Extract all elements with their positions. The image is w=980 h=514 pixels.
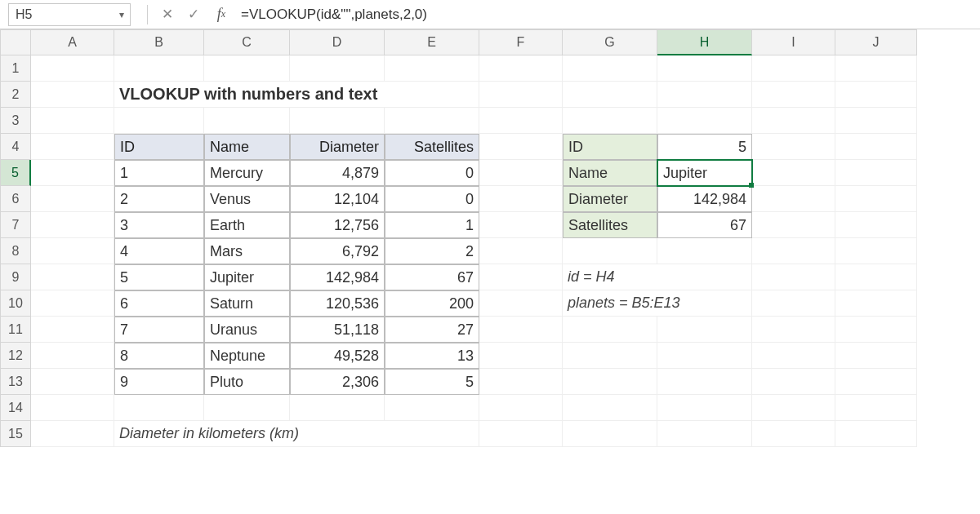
cell[interactable] bbox=[290, 395, 385, 421]
row-header-12[interactable]: 12 bbox=[0, 343, 31, 369]
col-header-I[interactable]: I bbox=[752, 29, 835, 55]
cell[interactable] bbox=[479, 212, 563, 238]
table-row[interactable]: 4,879 bbox=[290, 160, 385, 186]
col-header-J[interactable]: J bbox=[835, 29, 917, 55]
table-header-id[interactable]: ID bbox=[114, 134, 204, 160]
cell[interactable] bbox=[31, 238, 114, 264]
lookup-value-diameter[interactable]: 142,984 bbox=[657, 186, 752, 212]
cell[interactable] bbox=[752, 395, 835, 421]
cell[interactable] bbox=[31, 108, 114, 134]
cell[interactable] bbox=[752, 343, 835, 369]
cell[interactable] bbox=[479, 343, 563, 369]
cell[interactable] bbox=[31, 343, 114, 369]
table-row[interactable]: Jupiter bbox=[204, 264, 290, 290]
worksheet-grid[interactable]: A B C D E F G H I J 1 2 VLOOKUP with num… bbox=[0, 29, 980, 447]
cell[interactable] bbox=[835, 82, 917, 108]
cell[interactable] bbox=[31, 264, 114, 290]
page-title[interactable]: VLOOKUP with numbers and text bbox=[114, 82, 479, 108]
table-row[interactable]: 0 bbox=[385, 160, 479, 186]
cell[interactable] bbox=[385, 55, 479, 82]
cell[interactable] bbox=[835, 264, 917, 290]
cell[interactable] bbox=[31, 395, 114, 421]
table-row[interactable]: 49,528 bbox=[290, 343, 385, 369]
cell[interactable] bbox=[835, 369, 917, 395]
cell[interactable] bbox=[31, 160, 114, 186]
row-header-9[interactable]: 9 bbox=[0, 264, 31, 290]
cell[interactable] bbox=[835, 108, 917, 134]
formula-input[interactable] bbox=[236, 5, 980, 24]
cell[interactable] bbox=[290, 108, 385, 134]
cell[interactable] bbox=[752, 108, 835, 134]
cell[interactable] bbox=[657, 343, 752, 369]
table-row[interactable]: 5 bbox=[385, 369, 479, 395]
cell[interactable] bbox=[479, 369, 563, 395]
cell[interactable] bbox=[657, 395, 752, 421]
cell[interactable] bbox=[752, 238, 835, 264]
table-row[interactable]: 1 bbox=[114, 160, 204, 186]
cell[interactable] bbox=[835, 421, 917, 447]
cell[interactable] bbox=[479, 395, 563, 421]
table-row[interactable]: Uranus bbox=[204, 317, 290, 343]
cell[interactable] bbox=[479, 160, 563, 186]
table-row[interactable]: 8 bbox=[114, 343, 204, 369]
lookup-value-satellites[interactable]: 67 bbox=[657, 212, 752, 238]
row-header-11[interactable]: 11 bbox=[0, 317, 31, 343]
table-header-name[interactable]: Name bbox=[204, 134, 290, 160]
cell[interactable] bbox=[479, 108, 563, 134]
cell[interactable] bbox=[563, 55, 657, 82]
cell[interactable] bbox=[479, 290, 563, 317]
cell[interactable] bbox=[835, 395, 917, 421]
table-row[interactable]: Venus bbox=[204, 186, 290, 212]
row-header-1[interactable]: 1 bbox=[0, 55, 31, 82]
row-header-8[interactable]: 8 bbox=[0, 238, 31, 264]
row-header-14[interactable]: 14 bbox=[0, 395, 31, 421]
cell[interactable] bbox=[479, 238, 563, 264]
col-header-F[interactable]: F bbox=[479, 29, 563, 55]
cell[interactable] bbox=[752, 186, 835, 212]
cell[interactable] bbox=[752, 82, 835, 108]
note-id-def[interactable]: id = H4 bbox=[563, 264, 752, 290]
col-header-B[interactable]: B bbox=[114, 29, 204, 55]
cell[interactable] bbox=[657, 55, 752, 82]
col-header-H[interactable]: H bbox=[657, 29, 752, 55]
cell[interactable] bbox=[752, 264, 835, 290]
note-planets-def[interactable]: planets = B5:E13 bbox=[563, 290, 752, 317]
cell[interactable] bbox=[31, 82, 114, 108]
cell[interactable] bbox=[114, 395, 204, 421]
table-row[interactable]: Pluto bbox=[204, 369, 290, 395]
cell[interactable] bbox=[752, 369, 835, 395]
row-header-5[interactable]: 5 bbox=[0, 160, 31, 186]
table-row[interactable]: 200 bbox=[385, 290, 479, 317]
lookup-label-id[interactable]: ID bbox=[563, 134, 657, 160]
table-row[interactable]: 6 bbox=[114, 290, 204, 317]
table-row[interactable]: Mercury bbox=[204, 160, 290, 186]
table-row[interactable]: 12,104 bbox=[290, 186, 385, 212]
cell[interactable] bbox=[835, 317, 917, 343]
lookup-value-id[interactable]: 5 bbox=[657, 134, 752, 160]
table-row[interactable]: Saturn bbox=[204, 290, 290, 317]
row-header-4[interactable]: 4 bbox=[0, 134, 31, 160]
fx-icon[interactable]: fx bbox=[212, 5, 231, 24]
cell[interactable] bbox=[563, 82, 657, 108]
cell[interactable] bbox=[479, 55, 563, 82]
cell[interactable] bbox=[114, 108, 204, 134]
cell[interactable] bbox=[657, 317, 752, 343]
cell[interactable] bbox=[752, 317, 835, 343]
cell[interactable] bbox=[31, 421, 114, 447]
table-row[interactable]: 1 bbox=[385, 212, 479, 238]
cell[interactable] bbox=[835, 160, 917, 186]
row-header-6[interactable]: 6 bbox=[0, 186, 31, 212]
cell[interactable] bbox=[31, 369, 114, 395]
cell[interactable] bbox=[752, 290, 835, 317]
cell[interactable] bbox=[563, 317, 657, 343]
cell[interactable] bbox=[835, 290, 917, 317]
row-header-2[interactable]: 2 bbox=[0, 82, 31, 108]
cell[interactable] bbox=[31, 186, 114, 212]
cell[interactable] bbox=[835, 186, 917, 212]
cell[interactable] bbox=[835, 212, 917, 238]
col-header-E[interactable]: E bbox=[385, 29, 479, 55]
cell[interactable] bbox=[657, 82, 752, 108]
selected-cell[interactable]: Jupiter bbox=[657, 160, 752, 186]
table-row[interactable]: 7 bbox=[114, 317, 204, 343]
cell[interactable] bbox=[479, 134, 563, 160]
